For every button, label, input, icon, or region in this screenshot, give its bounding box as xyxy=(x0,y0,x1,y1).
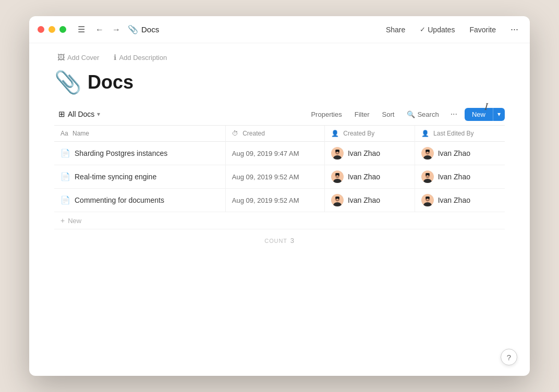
cell-last-edited-by: Ivan Zhao xyxy=(415,142,505,165)
person-icon: 👤 xyxy=(331,130,339,137)
new-button[interactable]: New xyxy=(465,108,493,121)
cell-created: Aug 09, 2019 9:52 AM xyxy=(225,189,324,212)
cell-name: 📄 Commenting for documents xyxy=(54,189,225,212)
titlebar-actions: Share ✓ Updates Favorite ··· xyxy=(383,22,521,37)
share-label: Share xyxy=(386,26,405,34)
col-created-by: 👤 Created By xyxy=(324,126,415,142)
svg-rect-17 xyxy=(335,173,339,175)
text-icon: Aa xyxy=(60,130,68,137)
favorite-button[interactable]: Favorite xyxy=(466,23,499,36)
properties-label: Properties xyxy=(311,111,342,118)
page-emoji: 📎 xyxy=(54,69,81,95)
add-cover-label: Add Cover xyxy=(67,54,99,62)
row-name: Sharding Postgres instances xyxy=(75,149,167,157)
updates-button[interactable]: ✓ Updates xyxy=(417,23,458,36)
svg-rect-11 xyxy=(426,150,430,152)
forward-button[interactable]: → xyxy=(109,23,124,36)
database-table: Aa Name ⏱ Created 👤 Created By 👤 Last Ed… xyxy=(54,126,505,212)
user-name: Ivan Zhao xyxy=(348,173,380,181)
cell-created: Aug 09, 2019 9:47 AM xyxy=(225,142,324,165)
favorite-label: Favorite xyxy=(469,26,496,34)
maximize-button[interactable] xyxy=(59,26,66,33)
avatar xyxy=(421,147,434,160)
new-button-group: New ▾ xyxy=(465,108,505,121)
person-icon-2: 👤 xyxy=(421,130,429,137)
new-button-dropdown[interactable]: ▾ xyxy=(493,108,505,121)
cell-name: 📄 Real-time syncing engine xyxy=(54,165,225,189)
sort-button[interactable]: Sort xyxy=(378,108,399,120)
user-name: Ivan Zhao xyxy=(348,149,380,157)
col-last-edited-by: 👤 Last Edited By xyxy=(415,126,505,142)
search-button[interactable]: 🔍 Search xyxy=(403,108,443,120)
properties-button[interactable]: Properties xyxy=(307,108,346,120)
toolbar-more-button[interactable]: ··· xyxy=(447,107,460,121)
table-header-row: Aa Name ⏱ Created 👤 Created By 👤 Last Ed… xyxy=(54,126,505,142)
back-button[interactable]: ← xyxy=(92,23,107,36)
avatar xyxy=(421,194,434,206)
table-icon: ⊞ xyxy=(58,109,65,119)
close-button[interactable] xyxy=(38,26,44,33)
cell-created-by: Ivan Zhao xyxy=(324,189,415,212)
main-content: 🖼 Add Cover ℹ Add Description 📎 Docs 𝐼 ⊞… xyxy=(29,43,530,376)
cell-last-edited-by: Ivan Zhao xyxy=(415,165,505,189)
cell-created: Aug 09, 2019 9:52 AM xyxy=(225,165,324,189)
col-created-by-label: Created By xyxy=(343,130,374,137)
col-name: Aa Name xyxy=(54,126,225,142)
view-selector-button[interactable]: ⊞ All Docs ▾ xyxy=(54,107,104,121)
updates-label: Updates xyxy=(428,26,455,34)
user-name: Ivan Zhao xyxy=(438,173,470,181)
cell-name: 📄 Sharding Postgres instances xyxy=(54,142,225,165)
avatar xyxy=(331,170,344,183)
page-header: 📎 Docs xyxy=(54,69,505,95)
search-icon: 🔍 xyxy=(407,111,415,118)
doc-icon: 📄 xyxy=(60,195,70,205)
chevron-down-icon: ▾ xyxy=(497,111,501,118)
titlebar: ☰ ← → 📎 Docs Share ✓ Updates Favorite ··… xyxy=(29,16,530,43)
svg-rect-5 xyxy=(335,150,339,152)
page-title-nav: Docs xyxy=(141,25,159,34)
count-value: 3 xyxy=(290,237,295,244)
add-new-row[interactable]: + New xyxy=(54,212,505,229)
cell-created-by: Ivan Zhao xyxy=(324,165,415,189)
table-row[interactable]: 📄 Sharding Postgres instances Aug 09, 20… xyxy=(54,142,505,165)
count-row: COUNT 3 xyxy=(54,229,505,252)
svg-rect-29 xyxy=(335,197,339,199)
user-name: Ivan Zhao xyxy=(438,149,470,157)
add-new-label: New xyxy=(68,217,81,225)
doc-icon: 📄 xyxy=(60,172,70,181)
col-last-edited-by-label: Last Edited By xyxy=(433,130,473,137)
info-icon: ℹ xyxy=(114,53,116,62)
cell-last-edited-by: Ivan Zhao xyxy=(415,189,505,212)
add-cover-button[interactable]: 🖼 Add Cover xyxy=(54,52,102,63)
page-title: Docs xyxy=(88,71,133,93)
nav-buttons: ← → xyxy=(92,23,124,36)
col-created-label: Created xyxy=(242,130,265,137)
cell-created-by: Ivan Zhao xyxy=(324,142,415,165)
plus-icon: + xyxy=(60,216,65,225)
svg-rect-35 xyxy=(426,197,430,199)
user-name: Ivan Zhao xyxy=(348,196,380,204)
share-button[interactable]: Share xyxy=(383,23,408,36)
sort-label: Sort xyxy=(382,111,395,118)
minimize-button[interactable] xyxy=(48,26,55,33)
toolbar-actions: Properties Filter Sort 🔍 Search ··· New … xyxy=(307,107,505,121)
table-row[interactable]: 📄 Real-time syncing engine Aug 09, 2019 … xyxy=(54,165,505,189)
add-description-button[interactable]: ℹ Add Description xyxy=(111,52,170,63)
more-options-button[interactable]: ··· xyxy=(507,22,521,37)
avatar xyxy=(421,170,434,183)
help-button[interactable]: ? xyxy=(501,349,517,365)
row-name: Commenting for documents xyxy=(75,196,164,204)
svg-rect-23 xyxy=(426,173,430,175)
filter-button[interactable]: Filter xyxy=(350,108,374,120)
table-row[interactable]: 📄 Commenting for documents Aug 09, 2019 … xyxy=(54,189,505,212)
traffic-lights xyxy=(38,26,66,33)
top-meta-actions: 🖼 Add Cover ℹ Add Description xyxy=(54,52,505,63)
add-description-label: Add Description xyxy=(119,54,167,62)
page-icon: 📎 xyxy=(128,24,138,34)
count-label: COUNT xyxy=(264,238,287,244)
view-label: All Docs xyxy=(68,110,94,118)
user-name: Ivan Zhao xyxy=(438,196,470,204)
sidebar-toggle-button[interactable]: ☰ xyxy=(75,22,88,36)
db-toolbar: ⊞ All Docs ▾ Properties Filter Sort 🔍 Se… xyxy=(54,107,505,126)
col-created: ⏱ Created xyxy=(225,126,324,142)
